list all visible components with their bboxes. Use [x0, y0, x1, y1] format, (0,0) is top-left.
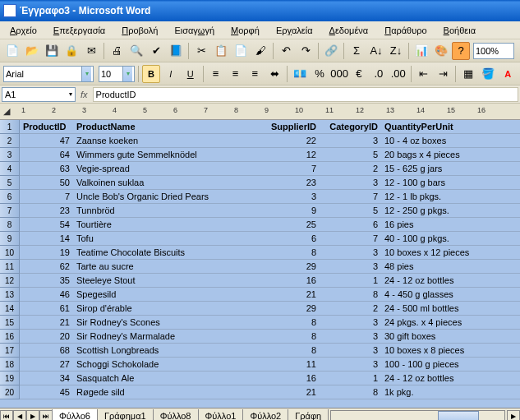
save-icon[interactable]: 💾 — [43, 42, 61, 60]
cell[interactable]: 8 — [320, 288, 381, 301]
cell[interactable]: 3 — [320, 260, 381, 273]
sheet-tab[interactable]: Γράφη — [288, 409, 329, 420]
cell[interactable]: 24 pkgs. x 4 pieces — [381, 316, 504, 329]
cell[interactable]: 46 — [20, 288, 73, 301]
bold-icon[interactable]: B — [142, 65, 160, 83]
euro-icon[interactable]: € — [350, 65, 368, 83]
zoom-dropdown[interactable]: 100% — [473, 43, 514, 59]
cell[interactable]: 54 — [20, 218, 73, 231]
print-icon[interactable]: 🖨 — [108, 42, 126, 60]
cell[interactable]: 3 — [320, 358, 381, 371]
cell[interactable]: Sirop d'érable — [73, 302, 262, 315]
horizontal-scrollbar[interactable] — [330, 410, 505, 421]
cell[interactable]: 22 — [262, 134, 320, 147]
copy-icon[interactable]: 📋 — [212, 42, 230, 60]
cell[interactable]: 11 — [262, 358, 320, 371]
cell[interactable]: Schoggi Schokolade — [73, 358, 262, 371]
row-header[interactable]: 4 — [0, 162, 20, 176]
drawing-icon[interactable]: 🎨 — [432, 42, 450, 60]
fx-label[interactable]: fx — [81, 90, 88, 99]
cell[interactable]: 10 boxes x 8 pieces — [381, 344, 504, 357]
cut-icon[interactable]: ✂ — [192, 42, 210, 60]
menu-επεξεργασία[interactable]: Επεξεργασία — [48, 24, 110, 37]
cell[interactable]: 8 — [320, 385, 381, 399]
row-header[interactable]: 18 — [0, 358, 20, 372]
menu-δεδομένα[interactable]: Δεδομένα — [324, 24, 374, 37]
row-header[interactable]: 6 — [0, 190, 20, 204]
cell[interactable]: 34 — [20, 372, 73, 385]
row-header[interactable]: 7 — [0, 204, 20, 218]
cell[interactable]: 23 — [20, 204, 73, 217]
chevron-down-icon[interactable]: ▾ — [122, 67, 132, 81]
menu-βοήθεια[interactable]: Βοήθεια — [439, 24, 481, 37]
cell[interactable]: 3 — [320, 330, 381, 343]
table-row[interactable]: 35Steeleye Stout16124 - 12 oz bottles — [20, 274, 520, 288]
cell[interactable]: 14 — [20, 232, 73, 245]
cell[interactable]: 2 — [320, 302, 381, 315]
sheet-tab[interactable]: Γράφημα1 — [97, 409, 154, 420]
cell[interactable]: 6 — [320, 218, 381, 231]
align-center-icon[interactable]: ≡ — [227, 65, 245, 83]
cell[interactable]: 48 pies — [381, 260, 504, 273]
row-header[interactable]: 16 — [0, 330, 20, 344]
cell[interactable]: 64 — [20, 148, 73, 161]
table-row[interactable]: 62Tarte au sucre29348 pies — [20, 260, 520, 274]
merge-icon[interactable]: ⬌ — [265, 65, 283, 83]
chart-icon[interactable]: 📊 — [412, 42, 430, 60]
cell[interactable]: 29 — [262, 260, 320, 273]
mail-icon[interactable]: ✉ — [82, 42, 100, 60]
format-painter-icon[interactable]: 🖌 — [251, 42, 269, 60]
cell[interactable]: 12 — [262, 148, 320, 161]
cell[interactable]: 21 — [20, 316, 73, 329]
row-header[interactable]: 13 — [0, 288, 20, 302]
scrollbar-thumb[interactable] — [438, 411, 479, 421]
column-header[interactable]: QuantityPerUnit — [381, 120, 504, 133]
paste-icon[interactable]: 📄 — [232, 42, 250, 60]
spell-icon[interactable]: ✔ — [147, 42, 165, 60]
menu-εργαλεία[interactable]: Εργαλεία — [271, 24, 318, 37]
last-tab-icon[interactable]: ⏭ — [39, 410, 53, 421]
row-header[interactable]: 1 — [0, 120, 20, 134]
chevron-down-icon[interactable]: ▾ — [69, 90, 72, 98]
cell[interactable]: Spegesild — [73, 288, 262, 301]
currency-icon[interactable]: 💶 — [291, 65, 309, 83]
font-dropdown[interactable]: ▾ — [3, 66, 94, 82]
cell[interactable]: Wimmers gute Semmelknödel — [73, 148, 262, 161]
table-row[interactable]: 54Tourtière25616 pies — [20, 218, 520, 232]
cell[interactable]: 25 — [262, 218, 320, 231]
cell[interactable]: 8 — [262, 344, 320, 357]
cell[interactable]: 24 - 500 ml bottles — [381, 302, 504, 315]
table-row[interactable]: 47Zaanse koeken22310 - 4 oz boxes — [20, 134, 520, 148]
preview-icon[interactable]: 🔍 — [127, 42, 145, 60]
cell[interactable]: 3 — [320, 246, 381, 259]
sheet-tab[interactable]: Φύλλο1 — [198, 409, 244, 420]
scroll-right-icon[interactable]: ▶ — [507, 410, 520, 421]
size-dropdown[interactable]: ▾ — [99, 66, 135, 82]
align-right-icon[interactable]: ≡ — [246, 65, 264, 83]
cell[interactable]: Sasquatch Ale — [73, 372, 262, 385]
name-box[interactable]: A1 ▾ — [2, 87, 76, 102]
cell[interactable]: Zaanse koeken — [73, 134, 262, 147]
redo-icon[interactable]: ↷ — [297, 42, 315, 60]
cell[interactable]: 35 — [20, 274, 73, 287]
cell[interactable]: 12 - 100 g bars — [381, 176, 504, 189]
cell[interactable]: 24 - 12 oz bottles — [381, 372, 504, 385]
cell[interactable]: Tofu — [73, 232, 262, 245]
cell[interactable]: 27 — [20, 358, 73, 371]
cell[interactable]: 23 — [262, 176, 320, 189]
cell[interactable]: Sir Rodney's Scones — [73, 316, 262, 329]
align-left-icon[interactable]: ≡ — [207, 65, 225, 83]
menu-αρχείο[interactable]: Αρχείο — [5, 24, 42, 37]
cell[interactable]: 29 — [262, 302, 320, 315]
cell[interactable]: 3 — [320, 316, 381, 329]
cell[interactable]: 3 — [320, 134, 381, 147]
cell[interactable]: 63 — [20, 162, 73, 175]
cell[interactable]: 8 — [262, 330, 320, 343]
table-row[interactable]: 14Tofu6740 - 100 g pkgs. — [20, 232, 520, 246]
sheet-tab[interactable]: Φύλλο8 — [153, 409, 199, 420]
cell[interactable]: Røgede sild — [73, 385, 262, 399]
cell[interactable]: 12 - 1 lb pkgs. — [381, 190, 504, 203]
font-color-icon[interactable]: A — [499, 65, 517, 83]
size-input[interactable] — [101, 69, 122, 79]
table-row[interactable]: 27Schoggi Schokolade113100 - 100 g piece… — [20, 358, 520, 372]
